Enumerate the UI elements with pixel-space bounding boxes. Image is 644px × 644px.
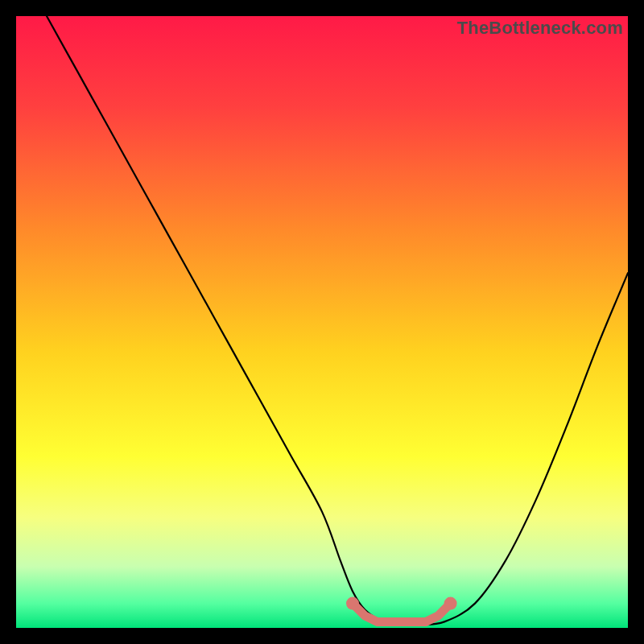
chart-plot [16,16,628,628]
range-endpoint-marker [346,597,359,610]
bottleneck-curve [47,16,628,625]
chart-frame: TheBottleneck.com [16,16,628,628]
range-endpoint-marker [444,597,457,610]
watermark-text: TheBottleneck.com [457,18,623,39]
optimal-range-markers [346,597,457,622]
optimal-range-line [353,604,451,622]
